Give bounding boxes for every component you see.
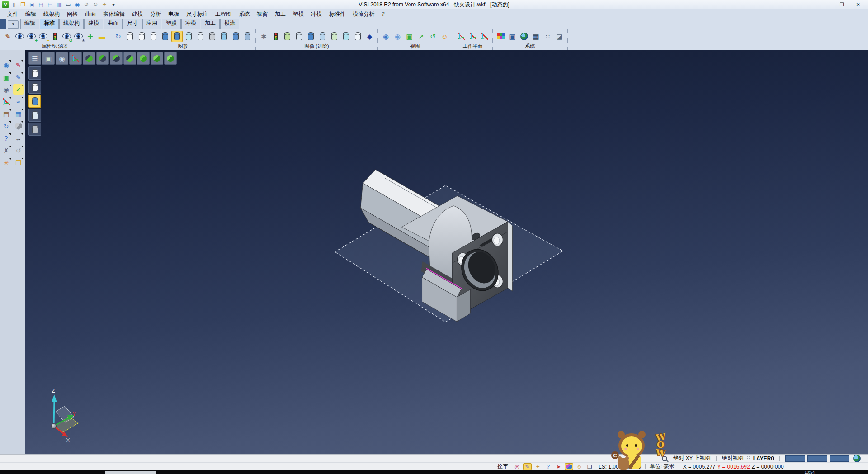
view-iso-cube-icon[interactable] [164, 52, 177, 65]
save-icon[interactable]: ▤ [37, 1, 45, 8]
zoom-extents-icon[interactable]: ▣ [1, 72, 11, 82]
snap-grid-icon[interactable]: ∷ [542, 31, 553, 42]
menu-item-11[interactable]: 系统 [235, 9, 253, 19]
menu-item-0[interactable]: 文件 [4, 9, 22, 19]
menu-item-7[interactable]: 分析 [146, 9, 165, 19]
measure-distance-icon[interactable]: ↔ [13, 133, 24, 143]
grid-icon[interactable]: ▦ [530, 31, 542, 42]
menu-item-10[interactable]: 工程图 [212, 9, 235, 19]
shaded-edges-cylinder-icon[interactable] [171, 31, 183, 42]
wire-blue-cylinder-icon[interactable] [352, 31, 363, 42]
os-taskbar[interactable]: 10:54 [0, 470, 868, 474]
tab-1[interactable]: 标准 [40, 18, 59, 29]
snap-settings-icon[interactable]: ◎ [513, 463, 521, 470]
move-axes-icon[interactable] [1, 96, 11, 107]
active-layer-indicator[interactable]: LAYER0 [753, 455, 774, 462]
view-reference-indicator[interactable]: 绝对视图 [722, 455, 744, 462]
wireframe-mode-icon[interactable] [28, 66, 41, 80]
close-button[interactable]: ✕ [854, 0, 862, 9]
menu-item-13[interactable]: 加工 [271, 9, 289, 19]
traffic-cylinder-icon[interactable] [270, 31, 281, 42]
wheel-icon[interactable]: ✳ [1, 157, 11, 168]
menu-item-16[interactable]: 标准件 [326, 9, 349, 19]
monitor-icon[interactable]: ▣ [507, 31, 518, 42]
globe-icon[interactable] [519, 31, 530, 42]
render-page-icon[interactable]: ◪ [554, 31, 565, 42]
attributes-report-icon[interactable] [14, 31, 25, 42]
redo-icon[interactable]: ↻ [91, 1, 99, 8]
workplane-edit-icon[interactable] [455, 31, 467, 42]
view-top-cube-icon[interactable] [151, 52, 163, 65]
show-entities-icon[interactable]: + [26, 31, 37, 42]
viewport-menu-icon[interactable]: ☰ [28, 52, 41, 65]
open-part-icon[interactable]: ❒ [13, 157, 24, 168]
visibility-manager-icon[interactable] [49, 31, 61, 42]
menu-item-3[interactable]: 网格 [63, 9, 81, 19]
assistant-icon[interactable]: ☺ [575, 463, 584, 470]
hatched-cylinder-icon[interactable] [207, 31, 218, 42]
view-front-cube-icon[interactable] [137, 52, 150, 65]
refresh-graphics-icon[interactable]: ↻ [113, 31, 124, 42]
spline-edit-icon[interactable]: ≈ [13, 96, 24, 107]
menu-item-1[interactable]: 编辑 [22, 9, 40, 19]
tab-5[interactable]: 尺寸 [123, 18, 142, 29]
hidden-line-mode-icon[interactable] [28, 81, 41, 94]
layers-palette-icon[interactable]: ▤ [1, 109, 11, 119]
color-palette-icon[interactable] [495, 31, 506, 42]
layer-swatch-0[interactable] [785, 455, 805, 462]
tab-0[interactable]: 编辑 [20, 18, 39, 29]
menu-item-9[interactable]: 尺寸标注 [183, 9, 212, 19]
lock-label[interactable]: 拴牢 [497, 463, 508, 470]
cylinder-settings-icon[interactable] [242, 31, 253, 42]
undo-icon[interactable]: ↺ [13, 145, 24, 156]
check-cylinder-icon[interactable] [329, 31, 340, 42]
menu-item-14[interactable]: 塑模 [289, 9, 307, 19]
dashed-hidden-cylinder-icon[interactable] [148, 31, 159, 42]
flat-shade-cylinder-icon[interactable] [195, 31, 206, 42]
tab-2[interactable]: 线架构 [59, 18, 84, 29]
maximize-button[interactable]: ❐ [838, 0, 845, 9]
shaded-mode-icon[interactable] [28, 95, 41, 108]
zoom-extents-icon[interactable]: ▣ [42, 52, 55, 65]
transparent-cylinder-icon[interactable] [183, 31, 194, 42]
change-attributes-icon[interactable]: ✎ [2, 31, 14, 42]
recycle-green-cylinder-icon[interactable] [282, 31, 293, 42]
world-icon[interactable] [853, 455, 861, 462]
save-all-icon[interactable]: ▥ [55, 1, 63, 8]
open-folder-icon[interactable]: ❒ [19, 1, 27, 8]
zoom-extents-icon[interactable]: ▣ [404, 31, 415, 42]
tab-4[interactable]: 曲面 [104, 18, 123, 29]
hidden-line-cylinder-icon[interactable] [136, 31, 147, 42]
cone-icon[interactable]: ◆ [364, 31, 375, 42]
tab-dropdown-button[interactable]: ▼ [8, 20, 19, 29]
menu-item-6[interactable]: 建模 [128, 9, 146, 19]
menu-item-4[interactable]: 曲面 [81, 9, 99, 19]
view-cube-icon[interactable] [565, 463, 573, 470]
help-icon[interactable]: ? [1, 133, 11, 143]
zoom-window-icon[interactable]: ◉ [392, 31, 403, 42]
save-as-icon[interactable]: ▤ [46, 1, 54, 8]
toggle-visibility-icon[interactable]: ± [73, 31, 84, 42]
view-bottom-cube-icon[interactable] [83, 52, 95, 65]
view-right-cube-icon[interactable] [123, 52, 136, 65]
print-icon[interactable]: ▭ [64, 1, 72, 8]
zoom-preview-icon[interactable]: ◉ [1, 60, 11, 70]
striped-cylinder-icon[interactable] [317, 31, 328, 42]
selection-wand-icon[interactable]: ✎ [523, 463, 532, 470]
view-back-cube-icon[interactable] [96, 52, 109, 65]
menu-item-2[interactable]: 线架构 [40, 9, 63, 19]
refresh-icon[interactable]: ↻ [1, 121, 11, 131]
zoom-solid-icon[interactable]: ◉ [1, 84, 11, 95]
menu-item-18[interactable]: ? [378, 9, 388, 19]
tab-7[interactable]: 塑膜 [162, 18, 181, 29]
advanced-display-icon[interactable]: ✱ [258, 31, 269, 42]
print-preview-icon[interactable]: ◉ [73, 1, 81, 8]
minimize-button[interactable]: — [822, 0, 829, 9]
hatched-mode-icon[interactable] [28, 123, 41, 136]
tab-10[interactable]: 模流 [220, 18, 239, 29]
refresh-visibility-icon[interactable]: ↺ [61, 31, 72, 42]
zoom-dynamic-icon[interactable]: ◉ [56, 52, 68, 65]
corner-cylinder-icon[interactable] [340, 31, 352, 42]
session-icon[interactable]: ✦ [100, 1, 108, 8]
taskbar-item[interactable] [105, 471, 156, 474]
